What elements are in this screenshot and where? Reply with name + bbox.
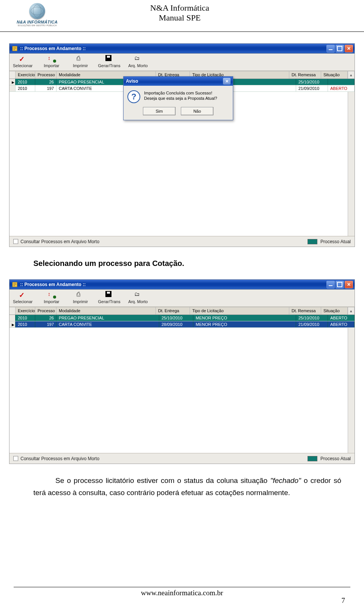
legend-swatch: [308, 456, 317, 461]
col-processo[interactable]: Processo: [35, 307, 56, 315]
dialog-yes-button[interactable]: Sim: [143, 107, 176, 115]
legend-label: Processo Atual: [320, 456, 351, 461]
toolbar-label: Imprimir: [73, 63, 88, 68]
header-titles: N&A Informática Manual SPE: [64, 3, 296, 23]
toolbar-label: Arq. Morto: [128, 63, 147, 68]
dialog-no-button[interactable]: Não: [181, 107, 213, 115]
col-exercicio[interactable]: Exercício: [16, 307, 35, 315]
dialog-line: Importação Concluída com Sucesso!: [144, 90, 217, 96]
dialog-aviso: Aviso ✕ ? Importação Concluída com Suces…: [123, 76, 233, 120]
dialog-line: Deseja que esta seja a Proposta Atual?: [144, 96, 217, 101]
col-situacao[interactable]: Situação: [321, 71, 348, 79]
print-icon: [77, 55, 84, 63]
close-button[interactable]: [345, 281, 353, 288]
titlebar[interactable]: :: Processos em Andamento ::: [9, 44, 355, 53]
header-title-1: N&A Informática: [64, 3, 296, 13]
toolbar-gerar[interactable]: Gerar/Trans: [98, 291, 120, 304]
cell: 25/10/2010: [296, 79, 328, 85]
maximize-button[interactable]: [336, 45, 344, 52]
legend-label: Processo Atual: [320, 239, 351, 244]
logo: N&A INFORMÁTICA SOLUÇÕES EM GESTÃO PÚBLI…: [11, 3, 64, 27]
dialog-close-button[interactable]: ✕: [223, 78, 231, 85]
row-pointer-icon: [9, 321, 16, 327]
question-icon: ?: [127, 90, 140, 103]
print-icon: [77, 291, 84, 299]
minimize-button[interactable]: [326, 281, 335, 288]
cell: 25/10/2010: [159, 315, 193, 321]
checkbox-label: Consultar Processos em Arquivo Morto: [20, 239, 99, 244]
row-pointer: [9, 315, 16, 321]
dialog-message: Importação Concluída com Sucesso! Deseja…: [144, 90, 217, 103]
checkbox-arquivo-morto[interactable]: [13, 456, 18, 461]
grid-body-2: 2010 26 PREGAO PRESENCIAL 25/10/2010 MEN…: [9, 315, 355, 453]
cell: ABERTO: [328, 315, 355, 321]
checkbox-arquivo-morto[interactable]: [13, 239, 18, 244]
col-remessa[interactable]: Dt. Remessa: [289, 307, 321, 315]
check-icon: [19, 291, 27, 299]
col-exercicio[interactable]: Exercício: [16, 71, 35, 79]
dialog-title: Aviso: [126, 79, 138, 84]
toolbar-imprimir[interactable]: Imprimir: [69, 291, 91, 304]
cell: MENOR PREÇO: [193, 321, 296, 327]
page-number: 7: [342, 596, 345, 605]
cell: 26: [35, 315, 56, 321]
table-row[interactable]: 2010 26 PREGAO PRESENCIAL 25/10/2010 MEN…: [9, 315, 355, 321]
scroll-up-icon[interactable]: ▴: [348, 307, 355, 315]
toolbar-importar[interactable]: Importar: [41, 55, 63, 68]
text: Se o processo licitatório estiver com o …: [55, 476, 270, 484]
logo-subtext: SOLUÇÕES EM GESTÃO PÚBLICA: [17, 24, 56, 27]
scrollbar[interactable]: [348, 328, 355, 453]
close-button[interactable]: [345, 45, 353, 52]
cell: 21/09/2010: [296, 85, 328, 91]
import-icon: [48, 291, 55, 299]
table-row[interactable]: 2010 197 CARTA CONVITE 28/09/2010 MENOR …: [9, 321, 355, 328]
toolbar-gerar[interactable]: Gerar/Trans: [98, 55, 120, 68]
titlebar-text: :: Processos em Andamento ::: [20, 282, 86, 287]
toolbar-arqmorto[interactable]: Arq. Morto: [127, 55, 149, 68]
titlebar[interactable]: :: Processos em Andamento ::: [9, 280, 355, 289]
toolbar-importar[interactable]: Importar: [41, 291, 63, 304]
dialog-titlebar[interactable]: Aviso ✕: [124, 77, 233, 86]
scroll-up-icon[interactable]: ▴: [348, 71, 355, 79]
statusbar: Consultar Processos em Arquivo Morto Pro…: [9, 236, 355, 247]
cell: 2010: [16, 315, 35, 321]
toolbar-selecionar[interactable]: Selecionar: [12, 55, 34, 68]
cell: [328, 79, 355, 85]
cell: 2010: [16, 321, 35, 327]
col-tipo[interactable]: Tipo de Licitação: [190, 307, 289, 315]
col-remessa[interactable]: Dt. Remessa: [289, 71, 321, 79]
document-body: Selecionando um processo para Cotação.: [33, 259, 341, 268]
toolbar-label: Gerar/Trans: [98, 63, 121, 68]
import-icon: [48, 55, 55, 63]
footer-url: www.neainformatica.com.br: [141, 589, 223, 597]
statusbar: Consultar Processos em Arquivo Morto Pro…: [9, 453, 355, 464]
document-body: Se o processo licitatório estiver com o …: [33, 475, 341, 499]
toolbar-imprimir[interactable]: Imprimir: [69, 55, 91, 68]
cell: 2010: [16, 85, 35, 91]
titlebar-text: :: Processos em Andamento ::: [20, 46, 86, 51]
window-processos-1: :: Processos em Andamento :: Selecionar …: [9, 43, 355, 247]
minimize-button[interactable]: [326, 45, 335, 52]
cell: 28/09/2010: [159, 321, 193, 327]
grid-empty-area: [9, 328, 355, 453]
section-heading: Selecionando um processo para Cotação.: [33, 259, 341, 268]
col-situacao[interactable]: Situação: [321, 307, 348, 315]
scrollbar[interactable]: [348, 92, 355, 236]
toolbar-selecionar[interactable]: Selecionar: [12, 291, 34, 304]
cell: 21/09/2010: [296, 321, 328, 327]
toolbar-label: Importar: [44, 63, 60, 68]
toolbar-label: Imprimir: [73, 299, 88, 304]
toolbar: Selecionar Importar Imprimir Gerar/Trans…: [9, 289, 355, 307]
toolbar-arqmorto[interactable]: Arq. Morto: [127, 291, 149, 304]
maximize-button[interactable]: [336, 281, 344, 288]
row-pointer: [9, 85, 16, 91]
col-entrega[interactable]: Dt. Entrega: [156, 307, 190, 315]
save-icon: [105, 291, 113, 299]
app-icon: [12, 281, 18, 288]
col-processo[interactable]: Processo: [35, 71, 56, 79]
window-processos-2: :: Processos em Andamento :: Selecionar …: [9, 279, 355, 464]
cell: ABERTO: [328, 321, 355, 327]
cell: 197: [35, 85, 56, 91]
cell: CARTA CONVITE: [56, 321, 159, 327]
col-modalidade[interactable]: Modalidade: [56, 307, 156, 315]
